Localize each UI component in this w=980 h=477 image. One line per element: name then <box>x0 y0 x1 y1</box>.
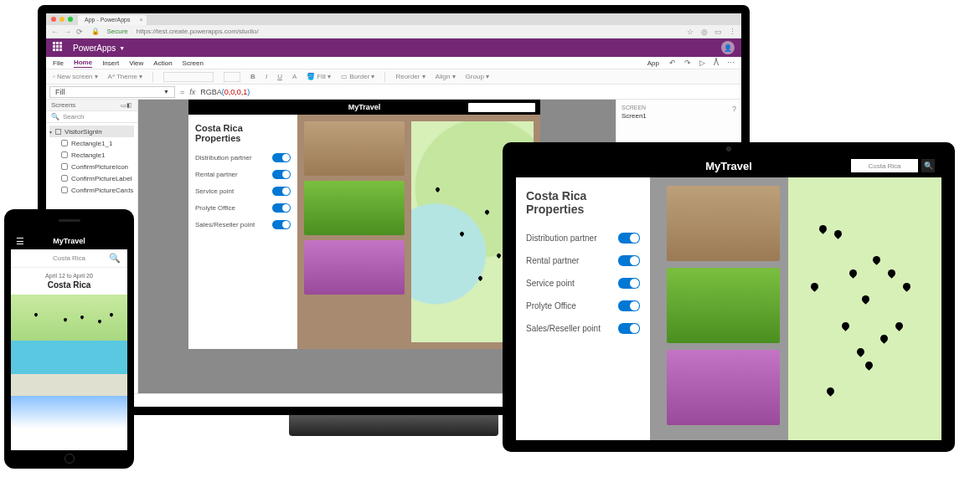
search-box[interactable] <box>468 103 535 112</box>
tree-item[interactable]: ConfirmPictureLabel <box>49 172 134 184</box>
toggle[interactable] <box>272 153 291 162</box>
undo-icon[interactable]: ↶ <box>669 59 676 67</box>
screens-header: Screens▭◧ <box>46 100 137 111</box>
map[interactable] <box>11 295 127 341</box>
share-icon[interactable]: ᐰ <box>714 59 719 67</box>
property-photo[interactable] <box>304 240 405 295</box>
toggle[interactable] <box>618 323 640 334</box>
search-icon[interactable]: 🔍 <box>921 159 935 172</box>
property-photo[interactable] <box>667 350 780 425</box>
new-screen-button[interactable]: ▫ New screen ▾ <box>53 73 98 80</box>
property-photo[interactable] <box>667 186 780 261</box>
help-icon[interactable]: ? <box>732 105 736 113</box>
prop-label: SCREEN <box>622 105 736 110</box>
browser-tab[interactable]: App - PowerApps × <box>78 15 147 25</box>
home-button[interactable] <box>64 454 75 464</box>
filter-row: Distribution partner <box>526 233 640 244</box>
property-selector[interactable]: Fill▼ <box>49 86 175 98</box>
toggle[interactable] <box>272 203 291 213</box>
star-icon[interactable]: ☆ <box>687 28 694 36</box>
app-header: MyTravel <box>188 100 540 115</box>
chevron-down-icon[interactable]: ▼ <box>119 45 125 51</box>
menu-screen[interactable]: Screen <box>183 59 204 67</box>
toggle[interactable] <box>618 278 640 289</box>
menu-icon[interactable]: ⋮ <box>729 28 736 36</box>
screens-search[interactable]: 🔍 Search <box>46 111 137 123</box>
toggle[interactable] <box>618 300 640 311</box>
italic-button[interactable]: I <box>266 73 267 80</box>
hero-photo[interactable] <box>11 341 127 396</box>
filter-row: Sales/Reseller point <box>526 323 640 334</box>
back-icon[interactable]: ← <box>51 28 59 36</box>
filter-row: Prolyte Office <box>526 300 640 311</box>
theme-button[interactable]: Aᵃ Theme ▾ <box>108 73 143 80</box>
underline-button[interactable]: U <box>277 73 282 80</box>
toggle[interactable] <box>272 170 291 179</box>
bold-button[interactable]: B <box>250 73 255 80</box>
close-tab-icon[interactable]: × <box>139 17 142 23</box>
property-photo[interactable] <box>667 268 780 343</box>
tree-item[interactable]: ConfirmPictureIcon <box>49 161 134 172</box>
menu-file[interactable]: File <box>53 59 64 67</box>
maximize-icon[interactable] <box>68 17 73 22</box>
play-icon[interactable]: ▷ <box>699 59 705 67</box>
map[interactable] <box>788 177 941 440</box>
extension-icon[interactable]: ◎ <box>701 28 708 36</box>
formula-bar: Fill▼ = fx RGBA(0,0,0,1) <box>46 85 741 100</box>
extension-icon[interactable]: ▭ <box>714 28 722 36</box>
fill-button[interactable]: 🪣 Fill ▾ <box>307 73 331 80</box>
toggle[interactable] <box>272 187 291 196</box>
menu-insert[interactable]: Insert <box>102 59 119 67</box>
app-header: ☰ MyTravel <box>11 233 127 249</box>
forward-icon[interactable]: → <box>64 28 71 36</box>
property-photo[interactable] <box>304 181 405 235</box>
more-icon[interactable]: ⋯ <box>727 59 735 67</box>
reload-icon[interactable]: ⟳ <box>76 28 83 36</box>
app-body: Costa Rica Properties Distribution partn… <box>516 177 941 440</box>
filter-row: Service point <box>195 187 291 196</box>
toggle[interactable] <box>618 255 640 266</box>
toggle[interactable] <box>272 220 291 229</box>
filter-row: Distribution partner <box>195 153 291 162</box>
font-color-button[interactable]: A <box>292 73 297 80</box>
redo-icon[interactable]: ↷ <box>684 59 691 67</box>
tree-item[interactable]: ConfirmPictureCards <box>49 184 134 196</box>
app-launcher-icon[interactable] <box>53 42 64 54</box>
ribbon: ▫ New screen ▾ Aᵃ Theme ▾ B I U A 🪣 Fill… <box>46 69 741 85</box>
hero-photo[interactable] <box>11 396 127 451</box>
menu-app[interactable]: App <box>647 59 659 67</box>
powerapps-brand: PowerApps <box>73 44 116 53</box>
app-canvas[interactable]: Costa Rica Properties Distribution partn… <box>188 115 540 349</box>
tree-item[interactable]: Rectangle1_1 <box>49 137 134 149</box>
url-text[interactable]: https://test.create.powerapps.com/studio… <box>137 28 259 35</box>
font-size[interactable] <box>224 72 240 82</box>
search-bar[interactable]: Costa Rica 🔍 <box>11 249 127 268</box>
search-text: Costa Rica <box>53 254 85 262</box>
menu-action[interactable]: Action <box>153 59 172 67</box>
close-icon[interactable] <box>51 17 56 22</box>
filter-panel: Costa Rica Properties Distribution partn… <box>516 177 658 440</box>
group-button[interactable]: Group ▾ <box>466 73 489 80</box>
search-icon[interactable]: 🔍 <box>109 253 121 264</box>
tree-item[interactable]: ▾VisitorSignIn <box>49 126 134 137</box>
filter-panel: Costa Rica Properties Distribution partn… <box>188 115 297 349</box>
toggle[interactable] <box>618 233 640 244</box>
align-button[interactable]: Align ▾ <box>436 73 456 80</box>
search-input[interactable]: Costa Rica <box>851 159 918 172</box>
filter-row: Service point <box>526 278 640 289</box>
formula-value[interactable]: RGBA(0,0,0,1) <box>200 88 250 96</box>
hamburger-icon[interactable]: ☰ <box>16 236 24 247</box>
user-avatar[interactable]: 👤 <box>721 41 735 54</box>
font-select[interactable] <box>163 72 214 82</box>
menu-bar: File Home Insert View Action Screen App … <box>46 57 741 69</box>
menu-home[interactable]: Home <box>74 59 92 68</box>
reorder-button[interactable]: Reorder ▾ <box>395 73 425 80</box>
property-photo[interactable] <box>304 121 405 176</box>
minimize-icon[interactable] <box>59 17 64 22</box>
filter-row: Sales/Reseller point <box>195 220 291 229</box>
border-button[interactable]: ▭ Border ▾ <box>341 73 374 80</box>
nav-buttons: ← → ⟳ <box>51 28 86 36</box>
tree-item[interactable]: Rectangle1 <box>49 149 134 161</box>
app-header: MyTravel Costa Rica 🔍 <box>516 154 941 177</box>
menu-view[interactable]: View <box>129 59 143 67</box>
